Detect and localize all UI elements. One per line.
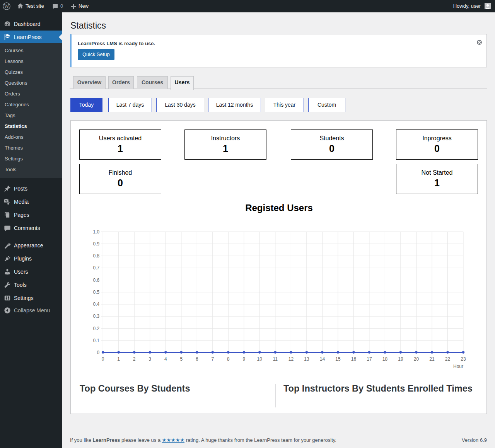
svg-text:0.3: 0.3 [93, 313, 100, 319]
svg-text:0.5: 0.5 [93, 290, 100, 295]
svg-text:13: 13 [304, 356, 309, 362]
svg-text:0.2: 0.2 [93, 326, 100, 331]
svg-text:0.8: 0.8 [93, 253, 100, 259]
svg-text:3: 3 [148, 356, 151, 362]
svg-text:15: 15 [335, 356, 341, 362]
svg-text:0.4: 0.4 [93, 302, 100, 307]
svg-text:22: 22 [445, 356, 451, 362]
svg-text:11: 11 [273, 356, 278, 362]
svg-text:0.1: 0.1 [93, 338, 100, 343]
svg-text:18: 18 [382, 356, 388, 362]
svg-text:1.0: 1.0 [93, 229, 100, 235]
svg-text:2: 2 [133, 356, 136, 362]
svg-text:12: 12 [288, 356, 294, 362]
svg-text:0.7: 0.7 [93, 265, 100, 271]
svg-text:23: 23 [461, 356, 466, 362]
svg-text:9: 9 [242, 356, 245, 362]
svg-text:Hour: Hour [453, 364, 463, 369]
svg-text:10: 10 [257, 356, 263, 362]
svg-text:0: 0 [97, 350, 100, 355]
svg-text:W: W [4, 3, 9, 9]
svg-text:14: 14 [320, 356, 325, 362]
svg-text:8: 8 [227, 356, 230, 362]
svg-text:4: 4 [164, 356, 167, 362]
svg-text:6: 6 [196, 356, 198, 362]
svg-text:0.9: 0.9 [93, 241, 100, 247]
svg-text:0: 0 [102, 356, 104, 362]
svg-text:5: 5 [180, 356, 183, 362]
svg-text:1: 1 [117, 356, 120, 362]
svg-text:17: 17 [367, 356, 372, 362]
svg-text:7: 7 [211, 356, 214, 362]
svg-text:20: 20 [414, 356, 419, 362]
svg-text:21: 21 [429, 356, 435, 362]
svg-text:16: 16 [351, 356, 357, 362]
svg-text:19: 19 [398, 356, 403, 362]
svg-text:0.6: 0.6 [93, 278, 100, 283]
